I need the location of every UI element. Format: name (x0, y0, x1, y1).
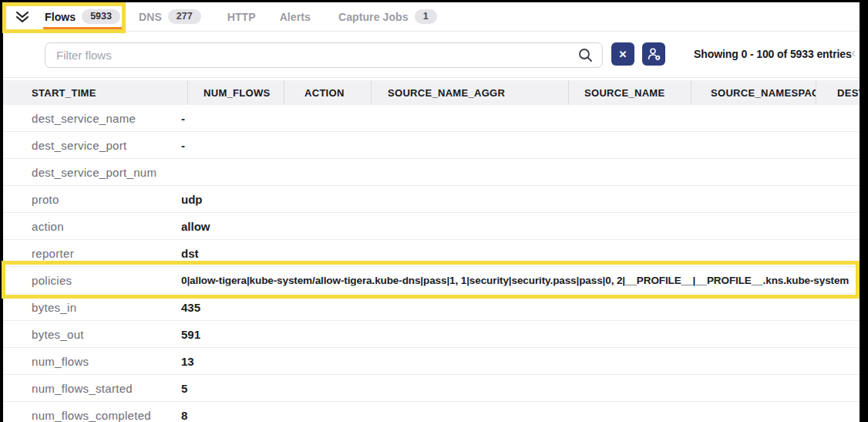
detail-key: num_flows_completed (32, 409, 151, 422)
tab-capture-jobs[interactable]: Capture Jobs 1 (337, 2, 439, 32)
tab-http-label: HTTP (227, 11, 256, 23)
tab-dns[interactable]: DNS 277 (137, 2, 203, 32)
filter-input[interactable] (45, 43, 578, 67)
tab-alerts[interactable]: Alerts (278, 2, 312, 32)
detail-row-num-flows-started: num_flows_started 5 (3, 375, 860, 402)
detail-key: proto (32, 193, 59, 206)
double-chevron-down-icon (15, 11, 29, 23)
screenshot-border-top (0, 0, 868, 2)
detail-key: dest_service_port_num (32, 166, 156, 179)
column-header-source-name-aggr[interactable]: SOURCE_NAME_AGGR (371, 80, 568, 105)
detail-row-num-flows-completed: num_flows_completed 8 (3, 402, 860, 422)
detail-row-dest-service-name: dest_service_name - (3, 105, 860, 132)
detail-value: 8 (181, 409, 860, 422)
detail-value: 0|allow-tigera|kube-system/allow-tigera.… (181, 275, 860, 286)
detail-row-num-flows: num_flows 13 (3, 348, 860, 375)
detail-value: udp (181, 193, 860, 206)
tab-flows-count-badge: 5933 (82, 9, 120, 25)
user-settings-button[interactable] (642, 42, 665, 66)
detail-key: policies (32, 274, 72, 287)
tab-capture-jobs-count-badge: 1 (415, 9, 437, 25)
tab-dns-label: DNS (139, 11, 162, 23)
column-header-dest-name[interactable]: DEST_N (816, 80, 860, 105)
collapse-all-button[interactable] (14, 9, 31, 25)
clear-filter-button[interactable]: ✕ (611, 42, 634, 66)
column-header-source-name[interactable]: SOURCE_NAME (568, 80, 691, 105)
detail-key: num_flows (32, 355, 89, 368)
flow-logs-page: Flows 5933 DNS 277 HTTP Alerts Capture J… (0, 0, 868, 422)
tab-alerts-label: Alerts (280, 11, 311, 23)
user-gear-icon (647, 47, 661, 61)
detail-value: 13 (181, 355, 860, 368)
detail-row-dest-service-port: dest_service_port - (3, 132, 860, 159)
detail-value: dst (181, 247, 860, 260)
tab-http[interactable]: HTTP (226, 2, 257, 32)
table-header: START_TIME NUM_FLOWS ACTION SOURCE_NAME_… (3, 80, 860, 105)
detail-row-policies: policies 0|allow-tigera|kube-system/allo… (3, 267, 860, 294)
detail-value: - (181, 139, 860, 152)
pagination-prev-icon[interactable]: ‹ (851, 45, 856, 59)
detail-value: allow (181, 220, 860, 233)
detail-key: bytes_out (32, 328, 84, 341)
close-icon: ✕ (619, 49, 627, 60)
detail-row-dest-service-port-num: dest_service_port_num (3, 159, 860, 186)
detail-row-action: action allow (3, 213, 860, 240)
column-header-start-time[interactable]: START_TIME (3, 80, 187, 105)
screenshot-border-left (0, 0, 3, 422)
filter-field (45, 42, 603, 68)
detail-row-reporter: reporter dst (3, 240, 860, 267)
results-count-text: Showing 0 - 100 of 5933 entries (694, 48, 852, 60)
screenshot-border-right (860, 0, 868, 422)
detail-key: num_flows_started (32, 382, 133, 395)
detail-key: action (32, 220, 64, 233)
detail-key: reporter (32, 247, 74, 260)
search-icon (578, 48, 593, 62)
tab-dns-count-badge: 277 (168, 9, 201, 25)
detail-key: dest_service_port (32, 139, 127, 152)
detail-value: - (181, 112, 860, 125)
column-header-action[interactable]: ACTION (284, 80, 371, 105)
detail-row-bytes-in: bytes_in 435 (3, 294, 860, 321)
detail-row-proto: proto udp (3, 186, 860, 213)
detail-value: 5 (181, 382, 860, 395)
detail-key: dest_service_name (32, 112, 136, 125)
tab-flows[interactable]: Flows 5933 (43, 2, 122, 32)
tab-bar: Flows 5933 DNS 277 HTTP Alerts Capture J… (3, 2, 860, 32)
section-divider (0, 77, 868, 78)
detail-key: bytes_in (32, 301, 76, 314)
detail-value: 435 (181, 301, 860, 314)
column-header-num-flows[interactable]: NUM_FLOWS (187, 80, 284, 105)
column-header-source-namespace[interactable]: SOURCE_NAMESPACE (691, 80, 816, 105)
tab-flows-label: Flows (45, 11, 76, 23)
flow-detail-panel: dest_service_name - dest_service_port - … (3, 105, 860, 422)
tab-capture-jobs-label: Capture Jobs (338, 11, 409, 23)
detail-row-bytes-out: bytes_out 591 (3, 321, 860, 348)
detail-value: 591 (181, 328, 860, 341)
